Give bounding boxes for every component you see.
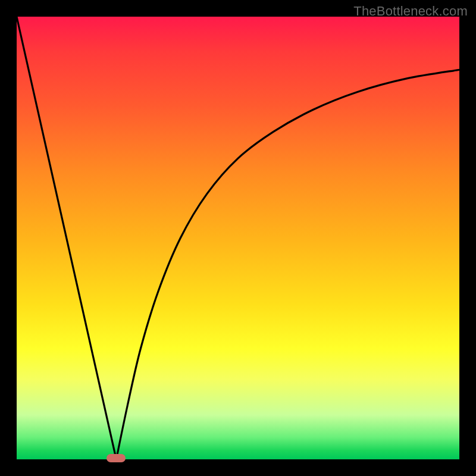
- bottleneck-marker: [107, 454, 126, 462]
- chart-frame: TheBottleneck.com: [0, 0, 476, 476]
- curve-right-line: [116, 70, 459, 459]
- curve-layer: [17, 17, 459, 459]
- curve-left-line: [17, 17, 116, 459]
- branding-watermark: TheBottleneck.com: [353, 4, 468, 19]
